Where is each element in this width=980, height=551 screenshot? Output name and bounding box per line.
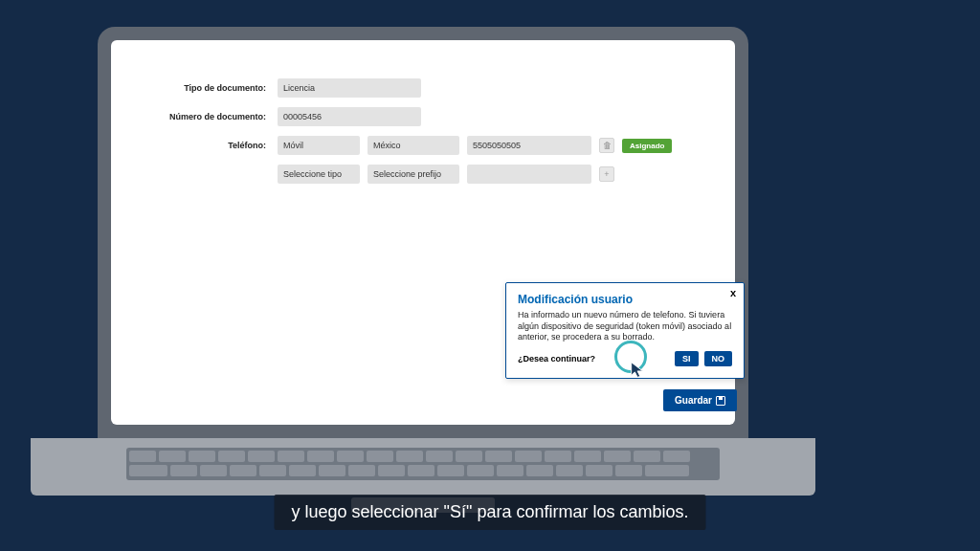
dialog-question: ¿Desea continuar? xyxy=(518,354,595,364)
laptop-frame: Tipo de documento: Licencia Número de do… xyxy=(98,27,882,496)
save-icon xyxy=(716,396,725,406)
keyboard xyxy=(126,448,720,480)
phone-type-select-2[interactable]: Seleccione tipo xyxy=(278,165,360,184)
phone-prefix-select[interactable]: México xyxy=(368,136,459,155)
phone-number-input-2[interactable] xyxy=(467,165,591,184)
confirm-no-button[interactable]: NO xyxy=(704,351,733,366)
app-screen: Tipo de documento: Licencia Número de do… xyxy=(111,40,735,425)
screen-bezel: Tipo de documento: Licencia Número de do… xyxy=(98,27,748,438)
doc-type-label: Tipo de documento: xyxy=(145,83,270,93)
confirm-yes-button[interactable]: SI xyxy=(675,351,699,366)
add-phone-icon[interactable]: + xyxy=(599,166,614,182)
doc-type-row: Tipo de documento: Licencia xyxy=(145,78,701,98)
phone-number-input[interactable]: 5505050505 xyxy=(467,136,591,155)
phone-type-select[interactable]: Móvil xyxy=(278,136,360,155)
dialog-close-icon[interactable]: x xyxy=(730,287,736,298)
laptop-base xyxy=(31,438,815,496)
save-button-label: Guardar xyxy=(675,395,712,406)
phone-label: Teléfono: xyxy=(145,141,270,150)
doc-type-input[interactable]: Licencia xyxy=(278,78,421,98)
dialog-actions: ¿Desea continuar? SI NO xyxy=(518,351,732,366)
subtitle-caption: y luego seleccionar "Sí" para confirmar … xyxy=(275,495,706,530)
doc-num-input[interactable]: 00005456 xyxy=(278,107,421,126)
doc-num-row: Número de documento: 00005456 xyxy=(145,107,701,126)
assigned-badge: Asignado xyxy=(622,139,672,153)
dialog-body: Ha informado un nuevo número de telefono… xyxy=(518,310,732,343)
dialog-title: Modificación usuario xyxy=(518,293,732,306)
phone-prefix-select-2[interactable]: Seleccione prefijo xyxy=(368,165,459,184)
delete-phone-icon[interactable]: 🗑 xyxy=(599,138,614,153)
save-button[interactable]: Guardar xyxy=(663,389,737,411)
user-form: Tipo de documento: Licencia Número de do… xyxy=(111,40,735,184)
phone-row-2: Seleccione tipo Seleccione prefijo + xyxy=(145,165,701,184)
doc-num-label: Número de documento: xyxy=(145,112,270,121)
phone-row-1: Teléfono: Móvil México 5505050505 🗑 Asig… xyxy=(145,136,701,155)
confirm-dialog: x Modificación usuario Ha informado un n… xyxy=(505,282,745,379)
